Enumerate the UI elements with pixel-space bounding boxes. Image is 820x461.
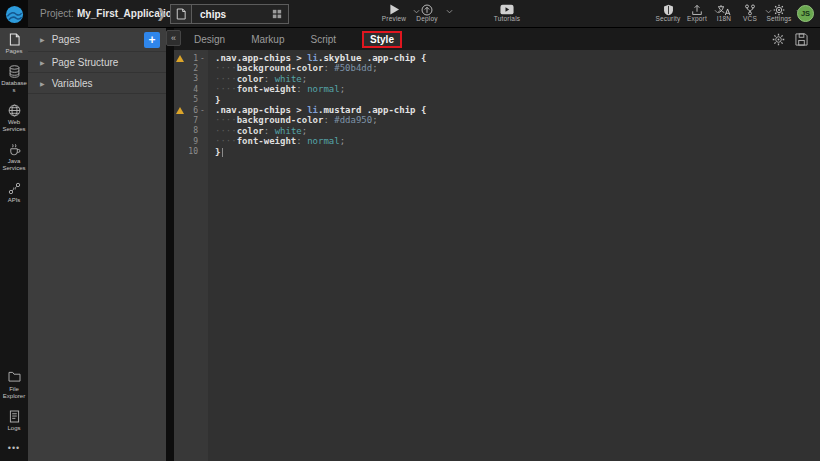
- add-page-button[interactable]: +: [144, 32, 160, 48]
- more-ellipsis-icon[interactable]: •••: [0, 437, 28, 459]
- editor-settings-gear-icon[interactable]: [772, 33, 785, 46]
- panel-section-page-structure[interactable]: ▶ Page Structure: [28, 52, 166, 73]
- caret-right-icon: ▶: [40, 36, 45, 43]
- security-button[interactable]: Security: [652, 0, 684, 28]
- sidebar-item-label: Java Services: [1, 158, 27, 172]
- sidebar-item-java-services[interactable]: Java Services: [0, 138, 28, 177]
- left-icon-sidebar: Pages Databases Web Services Java Servic…: [0, 28, 28, 461]
- line-number: 8: [185, 126, 198, 135]
- style-code-editor[interactable]: 1-23456-78910 .nav.app-chips > li.skyblu…: [174, 50, 820, 461]
- export-upload-icon: [681, 0, 713, 15]
- i18n-button[interactable]: I18N: [710, 0, 738, 28]
- preview-button[interactable]: Preview: [376, 0, 412, 28]
- sidebar-item-databases[interactable]: Databases: [0, 60, 28, 99]
- project-label: Project:: [40, 8, 74, 19]
- tutorials-video-icon: [487, 0, 527, 15]
- wavemaker-logo-icon: [5, 5, 24, 24]
- panel-section-pages[interactable]: ▶ Pages +: [28, 28, 166, 52]
- wavemaker-logo[interactable]: [0, 0, 28, 28]
- tab-style[interactable]: Style: [362, 31, 402, 48]
- tutorials-button[interactable]: Tutorials: [487, 0, 527, 28]
- code-line[interactable]: ····background-color: #dda950;: [215, 115, 820, 125]
- sidebar-item-logs[interactable]: Logs: [0, 405, 28, 437]
- code-line[interactable]: ····background-color: #50b4dd;: [215, 63, 820, 73]
- panel-section-label: Pages: [52, 34, 80, 45]
- editor-actions: [772, 33, 820, 46]
- sidebar-item-label: APIs: [1, 197, 27, 204]
- line-number: 6: [185, 106, 198, 115]
- sidebar-item-file-explorer[interactable]: File Explorer: [0, 366, 28, 405]
- lint-warning-icon[interactable]: [174, 55, 185, 62]
- line-number: 2: [185, 64, 198, 73]
- editor-tabs: Design Markup Script Style: [194, 31, 402, 48]
- java-services-coffee-icon: [1, 143, 27, 156]
- tab-design[interactable]: Design: [194, 34, 225, 45]
- sidebar-item-label: Databases: [1, 80, 27, 94]
- export-label: Export: [681, 15, 713, 22]
- page-file-icon: [171, 5, 192, 23]
- sidebar-item-pages[interactable]: Pages: [0, 28, 28, 60]
- code-lines: .nav.app-chips > li.skyblue .app-chip {·…: [208, 50, 820, 461]
- chevron-down-icon[interactable]: [446, 9, 453, 14]
- line-number: 9: [185, 137, 198, 146]
- logs-doc-icon: [1, 410, 27, 423]
- editor-area: « Design Markup Script Style 1-23456-789…: [174, 28, 820, 461]
- settings-gear-icon: [763, 0, 795, 15]
- vcs-branch-icon: [736, 0, 764, 15]
- editor-gutter: 1-23456-78910: [174, 50, 208, 461]
- export-button[interactable]: Export: [681, 0, 713, 28]
- sidebar-item-apis[interactable]: APIs: [0, 177, 28, 209]
- tab-markup[interactable]: Markup: [251, 34, 284, 45]
- code-line[interactable]: .nav.app-chips > li.skyblue .app-chip {: [215, 53, 820, 63]
- preview-label: Preview: [376, 15, 412, 22]
- line-number: 3: [185, 74, 198, 83]
- save-floppy-icon[interactable]: [795, 33, 808, 46]
- code-line[interactable]: }: [215, 95, 820, 105]
- panel-section-variables[interactable]: ▶ Variables: [28, 73, 166, 94]
- collapse-panel-button[interactable]: «: [166, 30, 181, 46]
- vcs-button[interactable]: VCS: [736, 0, 764, 28]
- breadcrumb-chevron-icon: ❯: [156, 0, 167, 28]
- tab-script[interactable]: Script: [311, 34, 337, 45]
- line-number: 7: [185, 116, 198, 125]
- apis-nodes-icon: [1, 182, 27, 195]
- line-number: 10: [185, 147, 198, 156]
- fold-toggle[interactable]: -: [198, 54, 207, 63]
- wavemaker-studio-window: Project:My_First_Application ❯ chips Pre…: [0, 0, 820, 461]
- file-explorer-folder-icon: [1, 371, 27, 384]
- text-cursor: [222, 148, 223, 157]
- security-label: Security: [652, 15, 684, 22]
- sidebar-item-label: File Explorer: [1, 386, 27, 400]
- sidebar-item-web-services[interactable]: Web Services: [0, 99, 28, 138]
- database-icon: [1, 65, 27, 78]
- i18n-label: I18N: [710, 15, 738, 22]
- settings-label: Settings: [763, 15, 795, 22]
- code-line[interactable]: ····color: white;: [215, 74, 820, 84]
- code-line[interactable]: .nav.app-chips > li.mustard .app-chip {: [215, 105, 820, 115]
- code-line[interactable]: ····font-weight: normal;: [215, 84, 820, 94]
- panel-section-label: Page Structure: [52, 57, 119, 68]
- tutorials-label: Tutorials: [487, 15, 527, 22]
- line-number: 5: [185, 95, 198, 104]
- sidebar-item-label: Logs: [1, 425, 27, 432]
- panel-editor-divider[interactable]: [166, 28, 174, 461]
- web-services-globe-icon: [1, 104, 27, 117]
- settings-button[interactable]: Settings: [763, 0, 795, 28]
- line-number: 4: [185, 85, 198, 94]
- code-line[interactable]: ····font-weight: normal;: [215, 136, 820, 146]
- deploy-label: Deploy: [409, 15, 445, 22]
- page-tab-chips[interactable]: chips: [170, 4, 289, 24]
- editor-tabbar: Design Markup Script Style: [174, 28, 820, 50]
- fold-toggle[interactable]: -: [198, 106, 207, 115]
- deploy-button[interactable]: Deploy: [409, 0, 445, 28]
- i18n-translate-icon: [710, 0, 738, 15]
- user-avatar[interactable]: JS: [797, 5, 814, 22]
- play-icon: [376, 0, 412, 15]
- sidebar-bottom-group: File Explorer Logs •••: [0, 366, 28, 459]
- code-line[interactable]: }: [215, 147, 820, 157]
- lint-warning-icon[interactable]: [174, 107, 185, 114]
- page-tab-title: chips: [192, 9, 270, 20]
- code-line[interactable]: ····color: white;: [215, 126, 820, 136]
- pages-doc-icon: [1, 33, 27, 46]
- grid-icon[interactable]: [270, 9, 288, 19]
